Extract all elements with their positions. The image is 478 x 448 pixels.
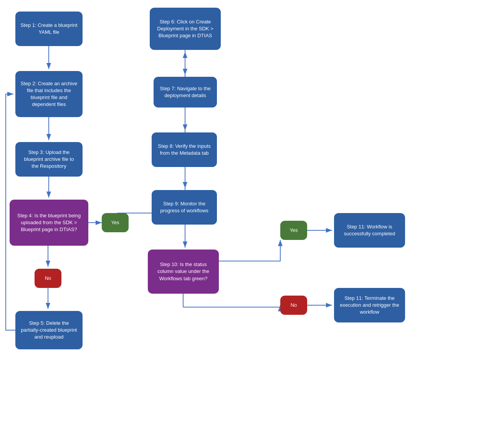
step9-node: Step 9: Monitor the progress of workflow…: [152, 190, 217, 225]
step11b-node: Step 11: Terminate the execution and ret…: [334, 288, 405, 322]
step3-node: Step 3: Upload the blueprint archive fil…: [15, 142, 83, 177]
step8-node: Step 8: Verify the inputs from the Metad…: [152, 132, 217, 167]
no1-node: No: [35, 269, 61, 288]
step10-node: Step 10: Is the status column value unde…: [148, 250, 219, 294]
step4-node: Step 4: Is the blueprint being uploaded …: [10, 200, 88, 246]
step5-node: Step 5: Delete the partially-created blu…: [15, 311, 83, 349]
step2-node: Step 2: Create an archive file that incl…: [15, 71, 83, 117]
step1-node: Step 1: Create a blueprint YAML file: [15, 12, 83, 46]
no2-node: No: [280, 296, 307, 315]
step6-node: Step 6: Click on Create Deployment in th…: [150, 8, 221, 50]
step11a-node: Step 11: Workflow is successfully comple…: [334, 213, 405, 248]
yes1-node: Yes: [102, 213, 129, 232]
yes2-node: Yes: [280, 221, 307, 240]
flowchart: Step 1: Create a blueprint YAML file Ste…: [0, 0, 478, 448]
step7-node: Step 7: Navigate to the deployment detai…: [154, 77, 217, 107]
